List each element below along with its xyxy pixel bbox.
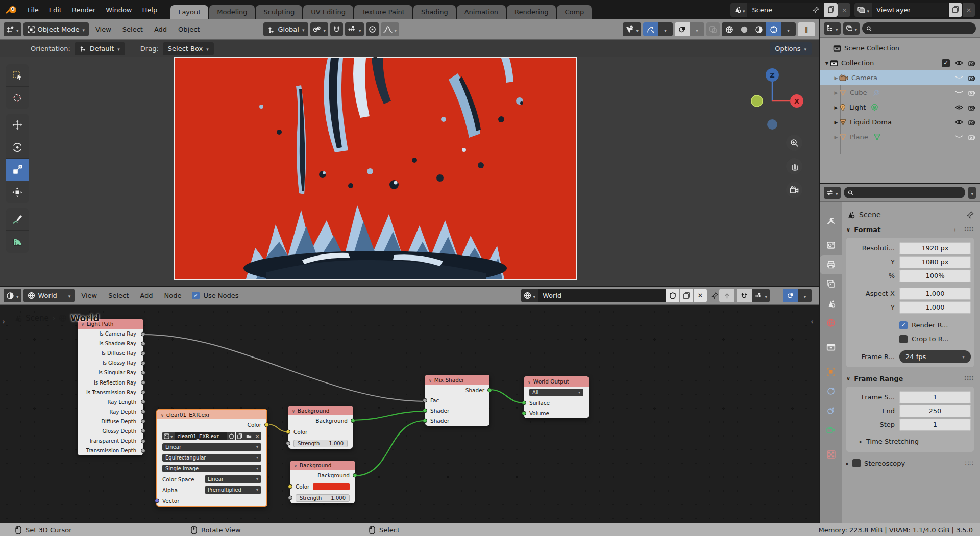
socket-out-is-diffuse-ray[interactable] bbox=[141, 351, 145, 355]
menu-object[interactable]: Object bbox=[174, 25, 204, 33]
node-snap-target-dropdown[interactable] bbox=[752, 289, 770, 302]
tool-cursor[interactable] bbox=[6, 87, 29, 109]
node-header[interactable]: Background bbox=[288, 406, 353, 415]
socket-in-vector[interactable] bbox=[155, 498, 159, 503]
tab-view-layer[interactable] bbox=[820, 274, 842, 294]
pin-icon[interactable] bbox=[711, 292, 718, 299]
menu-select[interactable]: Select bbox=[118, 25, 148, 33]
gizmo-axis-y[interactable] bbox=[751, 95, 763, 107]
socket-in-volume[interactable] bbox=[522, 411, 526, 416]
menu-render[interactable]: Render bbox=[67, 6, 101, 14]
resolution-pct-field[interactable]: 100% bbox=[899, 270, 971, 282]
drag-grip-icon[interactable]: ∷∷ bbox=[964, 375, 974, 382]
shading-solid[interactable] bbox=[737, 22, 751, 36]
eye-open-icon[interactable] bbox=[955, 60, 963, 66]
outliner-row-plane[interactable]: ▶ Plane bbox=[820, 130, 980, 144]
socket-out-glossy-depth[interactable] bbox=[141, 429, 145, 433]
eye-open-icon[interactable] bbox=[955, 105, 963, 110]
properties-search-input[interactable] bbox=[856, 189, 962, 196]
shader-type-dropdown[interactable]: World bbox=[23, 289, 75, 302]
crop-to-region-checkbox[interactable] bbox=[899, 335, 908, 343]
socket-out-color[interactable] bbox=[264, 423, 269, 427]
tab-physics[interactable] bbox=[820, 401, 842, 420]
scene-icon[interactable] bbox=[730, 3, 748, 17]
gizmo-dropdown[interactable] bbox=[658, 22, 673, 36]
node-light-path[interactable]: Light Path Is Camera Ray Is Shadow Ray I… bbox=[78, 319, 143, 455]
editor-type-properties[interactable] bbox=[824, 187, 841, 199]
collapse-icon[interactable] bbox=[292, 407, 295, 414]
shading-rendered[interactable] bbox=[766, 22, 781, 36]
node-mix-shader[interactable]: Mix Shader Shader Fac Shader Shader bbox=[425, 375, 489, 426]
render-camera-icon[interactable] bbox=[968, 119, 976, 125]
menu-add[interactable]: Add bbox=[150, 25, 172, 33]
shader-node-canvas[interactable]: › ‹ Scene › World Light Path Is Camera R… bbox=[0, 305, 819, 523]
socket-out-is-transmission-ray[interactable] bbox=[141, 390, 145, 395]
node-background-1[interactable]: Background Background Color Strength1.00… bbox=[288, 406, 353, 449]
fake-user-button[interactable] bbox=[227, 432, 235, 440]
frame-step-field[interactable]: 1 bbox=[899, 419, 971, 431]
tab-animation[interactable]: Animation bbox=[457, 5, 506, 19]
projection-dropdown[interactable]: Equirectangular bbox=[162, 454, 261, 462]
tab-constraints[interactable] bbox=[820, 381, 842, 401]
node-world-output[interactable]: World Output All Surface Volume bbox=[524, 376, 589, 418]
resolution-x-field[interactable]: 1920 px bbox=[899, 242, 971, 254]
outliner-row-camera[interactable]: ▶ Camera bbox=[820, 70, 980, 85]
menu-help[interactable]: Help bbox=[137, 6, 163, 14]
socket-out-background[interactable] bbox=[353, 473, 357, 478]
menu-add[interactable]: Add bbox=[135, 292, 157, 299]
tab-collection[interactable] bbox=[820, 338, 842, 357]
outliner-search-input[interactable] bbox=[875, 25, 972, 32]
pan-hand-button[interactable] bbox=[786, 158, 802, 174]
socket-out-transmission-depth[interactable] bbox=[141, 448, 145, 453]
tab-object-data[interactable] bbox=[820, 420, 842, 440]
tab-scene[interactable] bbox=[820, 294, 842, 313]
tab-rendering[interactable]: Rendering bbox=[507, 5, 556, 19]
socket-out-is-glossy-ray[interactable] bbox=[141, 361, 145, 365]
tab-object[interactable] bbox=[820, 362, 842, 381]
aspect-x-field[interactable]: 1.000 bbox=[899, 288, 971, 300]
stereoscopy-section-header[interactable]: ▸ Stereoscopy ∷∷ bbox=[846, 456, 974, 470]
orientation-value-dropdown[interactable]: Default bbox=[75, 42, 125, 55]
tool-annotate[interactable] bbox=[6, 208, 29, 231]
use-nodes-checkbox[interactable]: ✓ bbox=[192, 292, 200, 299]
scene-name-field[interactable]: Scene bbox=[747, 3, 824, 17]
editor-type-shader[interactable] bbox=[4, 289, 21, 302]
image-name-field[interactable]: clear01_EXR.exr bbox=[175, 432, 227, 440]
socket-in-shader-2[interactable] bbox=[423, 419, 427, 423]
outliner-row-cube[interactable]: ▶ Cube bbox=[820, 85, 980, 100]
node-header[interactable]: Background bbox=[290, 461, 355, 470]
node-overlays-dropdown[interactable] bbox=[798, 289, 812, 302]
outliner-filter-dropdown[interactable] bbox=[843, 22, 860, 35]
outliner-row-collection[interactable]: ▼ Collection ✓ bbox=[820, 56, 980, 70]
object-visibility-dropdown[interactable] bbox=[623, 22, 641, 36]
tab-render[interactable] bbox=[820, 236, 842, 255]
disclosure-triangle[interactable]: ▶ bbox=[833, 105, 839, 110]
socket-in-surface[interactable] bbox=[522, 401, 526, 405]
tab-layout[interactable]: Layout bbox=[170, 5, 208, 19]
resolution-y-field[interactable]: 1080 px bbox=[899, 256, 971, 268]
socket-out-diffuse-depth[interactable] bbox=[141, 419, 145, 424]
render-camera-icon[interactable] bbox=[968, 60, 976, 66]
tab-compositing[interactable]: Comp bbox=[557, 5, 592, 19]
world-name-field[interactable]: World bbox=[538, 289, 666, 302]
menu-node[interactable]: Node bbox=[159, 292, 186, 299]
go-to-parent-node-tree-button[interactable] bbox=[719, 289, 734, 302]
menu-file[interactable]: File bbox=[22, 6, 44, 14]
drag-value-dropdown[interactable]: Select Box bbox=[163, 42, 214, 55]
collapse-icon[interactable] bbox=[429, 377, 432, 383]
node-environment-texture[interactable]: clear01_EXR.exr Color clear01_EXR.exr × … bbox=[156, 409, 267, 507]
outliner-display-mode-dropdown[interactable] bbox=[824, 22, 841, 35]
menu-window[interactable]: Window bbox=[101, 6, 137, 14]
tab-shading[interactable]: Shading bbox=[413, 5, 456, 19]
socket-out-transparent-depth[interactable] bbox=[141, 439, 145, 443]
socket-out-is-camera-ray[interactable] bbox=[141, 331, 145, 336]
camera-view-button[interactable] bbox=[786, 182, 802, 198]
socket-out-shader[interactable] bbox=[487, 388, 492, 393]
source-dropdown[interactable]: Single Image bbox=[162, 465, 261, 472]
socket-out-is-shadow-ray[interactable] bbox=[141, 341, 145, 346]
socket-out-is-reflection-ray[interactable] bbox=[141, 380, 145, 385]
view-layer-icon[interactable] bbox=[854, 3, 872, 17]
strength-field[interactable]: Strength1.000 bbox=[296, 494, 350, 502]
interpolation-dropdown[interactable]: Linear bbox=[162, 443, 261, 451]
collapse-icon[interactable] bbox=[528, 378, 531, 385]
